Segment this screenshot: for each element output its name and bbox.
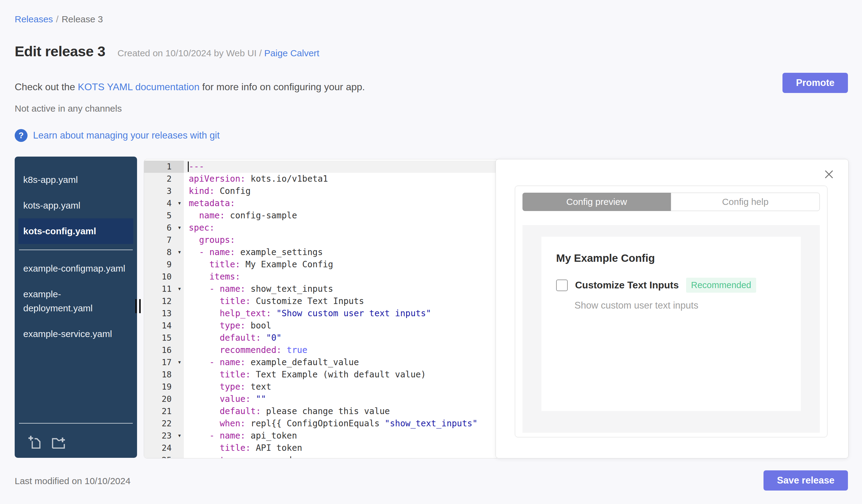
add-file-icon[interactable] <box>28 435 42 449</box>
line-number[interactable]: 13 <box>144 307 184 320</box>
fold-toggle-icon[interactable]: ▾ <box>178 197 181 210</box>
kots-yaml-doc-link[interactable]: KOTS YAML documentation <box>78 81 199 92</box>
fold-toggle-icon[interactable]: ▾ <box>178 356 181 369</box>
line-number[interactable]: 12 <box>144 295 184 307</box>
line-number[interactable]: 3 <box>144 185 184 197</box>
line-number[interactable]: 14 <box>144 320 184 332</box>
tab-config-help[interactable]: Config help <box>671 193 820 211</box>
line-number[interactable]: 19 <box>144 381 184 393</box>
sidebar-file-k8s-app.yaml[interactable]: k8s-app.yaml <box>15 167 137 193</box>
add-folder-icon[interactable] <box>51 435 65 449</box>
line-number[interactable]: 15 <box>144 332 184 344</box>
fold-toggle-icon[interactable]: ▾ <box>178 283 181 295</box>
code-line-3[interactable]: 3kind: Config <box>144 185 499 197</box>
code-line-17[interactable]: 17▾ - name: example_default_value <box>144 356 499 369</box>
code-line-24[interactable]: 24 title: API token <box>144 442 499 454</box>
code-line-20[interactable]: 20 value: "" <box>144 393 499 405</box>
code-text[interactable]: type: text <box>184 381 499 393</box>
code-line-6[interactable]: 6▾spec: <box>144 222 499 234</box>
code-line-4[interactable]: 4▾metadata: <box>144 197 499 210</box>
code-text[interactable]: default: please change this value <box>184 405 499 417</box>
sidebar-file-kots-config.yaml[interactable]: kots-config.yaml <box>18 218 133 244</box>
line-number[interactable]: 8▾ <box>144 246 184 258</box>
sidebar-file-example-deployment.yaml[interactable]: example-deployment.yaml <box>15 281 137 321</box>
line-number[interactable]: 6▾ <box>144 222 184 234</box>
sidebar-split-handle[interactable] <box>135 299 137 313</box>
code-line-12[interactable]: 12 title: Customize Text Inputs <box>144 295 499 307</box>
sidebar-split-handle[interactable] <box>139 299 141 313</box>
code-text[interactable]: value: "" <box>184 393 499 405</box>
save-release-button[interactable]: Save release <box>763 470 848 491</box>
code-text[interactable]: default: "0" <box>184 332 499 344</box>
git-releases-link[interactable]: Learn about managing your releases with … <box>33 130 220 141</box>
code-text[interactable]: title: Text Example (with default value) <box>184 369 499 381</box>
code-text[interactable]: items: <box>184 271 499 283</box>
code-text[interactable]: kind: Config <box>184 185 499 197</box>
code-line-9[interactable]: 9 title: My Example Config <box>144 258 499 271</box>
line-number[interactable]: 7 <box>144 234 184 246</box>
line-number[interactable]: 22 <box>144 417 184 430</box>
line-number[interactable]: 17▾ <box>144 356 184 369</box>
code-line-15[interactable]: 15 default: "0" <box>144 332 499 344</box>
code-line-1[interactable]: 1--- <box>144 161 499 173</box>
code-text[interactable]: groups: <box>184 234 499 246</box>
code-text[interactable]: type: password <box>184 454 499 459</box>
tab-config-preview[interactable]: Config preview <box>522 193 671 211</box>
line-number[interactable]: 1 <box>144 161 184 173</box>
code-line-19[interactable]: 19 type: text <box>144 381 499 393</box>
code-text[interactable]: help_text: "Show custom user text inputs… <box>184 307 499 320</box>
line-number[interactable]: 20 <box>144 393 184 405</box>
line-number[interactable]: 21 <box>144 405 184 417</box>
code-text[interactable]: - name: api_token <box>184 430 499 442</box>
line-number[interactable]: 4▾ <box>144 197 184 210</box>
code-line-14[interactable]: 14 type: bool <box>144 320 499 332</box>
code-line-7[interactable]: 7 groups: <box>144 234 499 246</box>
fold-toggle-icon[interactable]: ▾ <box>178 222 181 234</box>
code-text[interactable]: name: config-sample <box>184 210 499 222</box>
fold-toggle-icon[interactable]: ▾ <box>178 430 181 442</box>
code-line-16[interactable]: 16 recommended: true <box>144 344 499 356</box>
promote-button[interactable]: Promote <box>782 73 848 93</box>
author-link[interactable]: Paige Calvert <box>264 48 319 58</box>
code-line-8[interactable]: 8▾ - name: example_settings <box>144 246 499 258</box>
line-number[interactable]: 5 <box>144 210 184 222</box>
code-line-22[interactable]: 22 when: repl{{ ConfigOptionEquals "show… <box>144 417 499 430</box>
code-line-13[interactable]: 13 help_text: "Show custom user text inp… <box>144 307 499 320</box>
breadcrumb-releases-link[interactable]: Releases <box>15 14 53 24</box>
code-text[interactable]: title: Customize Text Inputs <box>184 295 499 307</box>
line-number[interactable]: 10 <box>144 271 184 283</box>
code-line-18[interactable]: 18 title: Text Example (with default val… <box>144 369 499 381</box>
line-number[interactable]: 23▾ <box>144 430 184 442</box>
code-line-25[interactable]: 25 type: password <box>144 454 499 459</box>
fold-toggle-icon[interactable]: ▾ <box>178 246 181 258</box>
yaml-editor[interactable]: 1---2apiVersion: kots.io/v1beta13kind: C… <box>144 159 499 459</box>
line-number[interactable]: 9 <box>144 258 184 271</box>
code-text[interactable]: apiVersion: kots.io/v1beta1 <box>184 173 499 185</box>
code-text[interactable]: recommended: true <box>184 344 499 356</box>
code-text[interactable]: - name: show_text_inputs <box>184 283 499 295</box>
line-number[interactable]: 11▾ <box>144 283 184 295</box>
code-line-2[interactable]: 2apiVersion: kots.io/v1beta1 <box>144 173 499 185</box>
code-text[interactable]: --- <box>184 161 499 173</box>
sidebar-file-example-configmap.yaml[interactable]: example-configmap.yaml <box>15 256 137 281</box>
help-icon[interactable]: ? <box>15 129 27 142</box>
close-icon[interactable] <box>823 169 835 180</box>
code-line-5[interactable]: 5 name: config-sample <box>144 210 499 222</box>
line-number[interactable]: 2 <box>144 173 184 185</box>
code-line-21[interactable]: 21 default: please change this value <box>144 405 499 417</box>
customize-text-inputs-checkbox[interactable] <box>556 279 568 291</box>
line-number[interactable]: 24 <box>144 442 184 454</box>
code-text[interactable]: - name: example_settings <box>184 246 499 258</box>
code-line-10[interactable]: 10 items: <box>144 271 499 283</box>
code-text[interactable]: spec: <box>184 222 499 234</box>
line-number[interactable]: 16 <box>144 344 184 356</box>
code-text[interactable]: - name: example_default_value <box>184 356 499 369</box>
code-text[interactable]: when: repl{{ ConfigOptionEquals "show_te… <box>184 417 499 430</box>
code-line-23[interactable]: 23▾ - name: api_token <box>144 430 499 442</box>
line-number[interactable]: 18 <box>144 369 184 381</box>
code-text[interactable]: title: My Example Config <box>184 258 499 271</box>
code-line-11[interactable]: 11▾ - name: show_text_inputs <box>144 283 499 295</box>
sidebar-file-kots-app.yaml[interactable]: kots-app.yaml <box>15 193 137 218</box>
code-text[interactable]: title: API token <box>184 442 499 454</box>
code-text[interactable]: type: bool <box>184 320 499 332</box>
